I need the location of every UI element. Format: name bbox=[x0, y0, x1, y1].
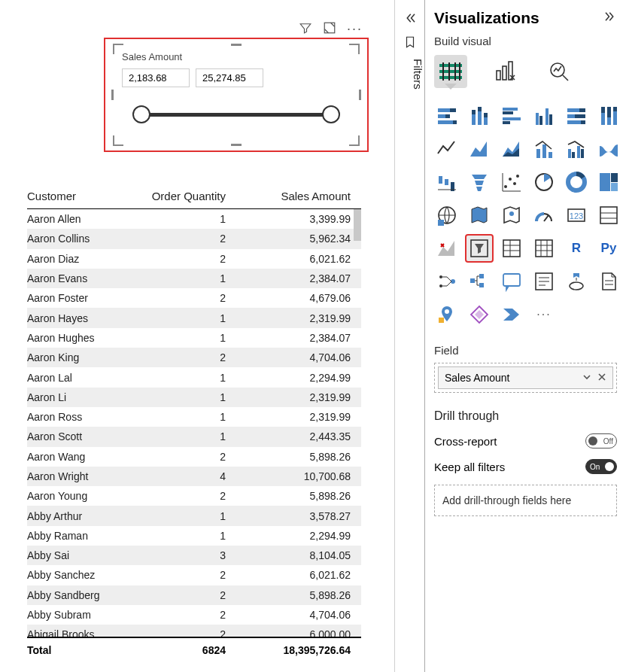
tab-format-visual[interactable] bbox=[488, 55, 521, 88]
r-visual-icon[interactable]: R bbox=[564, 236, 589, 261]
100-stacked-column-icon[interactable] bbox=[596, 103, 621, 129]
table-row[interactable]: Aaron King24,704.06 bbox=[27, 348, 361, 367]
funnel-icon[interactable] bbox=[466, 169, 492, 195]
filters-label[interactable]: Filters bbox=[395, 59, 424, 90]
tab-analytics[interactable] bbox=[542, 55, 576, 88]
filter-icon[interactable] bbox=[299, 21, 312, 38]
resize-handle[interactable] bbox=[113, 135, 123, 146]
table-row[interactable]: Abby Sanchez26,021.62 bbox=[27, 565, 361, 585]
clustered-bar-icon[interactable] bbox=[499, 103, 524, 129]
table-row[interactable]: Aaron Hayes12,319.99 bbox=[27, 308, 361, 327]
cross-report-toggle[interactable]: Off bbox=[585, 433, 617, 449]
table-row[interactable]: Aaron Scott12,443.35 bbox=[27, 427, 361, 446]
table-row[interactable]: Aaron Wright410,700.68 bbox=[27, 467, 361, 486]
table-row[interactable]: Aaron Diaz26,021.62 bbox=[27, 249, 361, 269]
smart-narrative-icon[interactable] bbox=[531, 269, 557, 294]
more-visuals-icon[interactable]: ··· bbox=[531, 302, 557, 327]
line-clustered-column-icon[interactable] bbox=[564, 136, 589, 162]
more-options-icon[interactable]: ··· bbox=[347, 21, 363, 38]
line-stacked-column-icon[interactable] bbox=[531, 136, 557, 162]
azure-map-icon[interactable] bbox=[499, 202, 524, 228]
bookmark-icon[interactable] bbox=[395, 30, 425, 54]
stacked-bar-icon[interactable] bbox=[434, 103, 460, 129]
table-row[interactable]: Aaron Ross12,319.99 bbox=[27, 407, 361, 427]
chevron-down-icon[interactable] bbox=[582, 372, 591, 384]
drillthrough-dropzone[interactable]: Add drill-through fields here bbox=[434, 485, 617, 516]
table-row[interactable]: Abby Raman12,294.99 bbox=[27, 526, 361, 546]
map-icon[interactable] bbox=[434, 202, 460, 228]
slider-thumb-min[interactable] bbox=[132, 105, 150, 123]
table-row[interactable]: Aaron Hughes12,384.07 bbox=[27, 328, 361, 348]
table-row[interactable]: Aaron Collins25,962.34 bbox=[27, 229, 361, 248]
kpi-icon[interactable] bbox=[434, 236, 460, 261]
table-row[interactable]: Abby Arthur13,578.27 bbox=[27, 506, 361, 525]
power-automate-icon[interactable] bbox=[499, 302, 524, 327]
stacked-area-icon[interactable] bbox=[499, 136, 524, 162]
line-chart-icon[interactable] bbox=[434, 136, 460, 162]
table-row[interactable]: Aaron Allen13,399.99 bbox=[27, 209, 361, 229]
goals-icon[interactable] bbox=[564, 269, 589, 294]
qna-icon[interactable] bbox=[499, 269, 524, 294]
table-row[interactable]: Abby Subram24,704.06 bbox=[27, 605, 361, 625]
table-row[interactable]: Abby Sai38,104.05 bbox=[27, 546, 361, 565]
slicer-to-input[interactable] bbox=[196, 68, 263, 87]
table-row[interactable]: Aaron Evans12,384.07 bbox=[27, 269, 361, 288]
resize-handle[interactable] bbox=[349, 135, 360, 146]
resize-handle[interactable] bbox=[359, 90, 361, 100]
collapse-chevrons-icon[interactable] bbox=[395, 6, 425, 30]
filled-map-icon[interactable] bbox=[466, 202, 492, 228]
power-apps-icon[interactable] bbox=[466, 302, 492, 327]
waterfall-icon[interactable] bbox=[434, 169, 460, 195]
resize-handle[interactable] bbox=[231, 144, 242, 146]
matrix-icon[interactable] bbox=[531, 236, 557, 261]
table-icon[interactable] bbox=[499, 236, 524, 261]
scrollbar-thumb[interactable] bbox=[354, 209, 361, 241]
resize-handle[interactable] bbox=[113, 44, 123, 54]
range-slider[interactable] bbox=[128, 105, 345, 128]
slicer-icon[interactable] bbox=[466, 236, 492, 261]
col-customer[interactable]: Customer bbox=[27, 190, 140, 202]
table-row[interactable]: Aaron Li12,319.99 bbox=[27, 388, 361, 407]
gauge-icon[interactable] bbox=[531, 202, 557, 228]
clustered-column-icon[interactable] bbox=[531, 103, 557, 129]
report-canvas[interactable]: ··· Sales Amount bbox=[0, 0, 394, 672]
key-influencers-icon[interactable] bbox=[434, 269, 460, 294]
paginated-report-icon[interactable] bbox=[596, 269, 621, 294]
resize-handle[interactable] bbox=[111, 90, 114, 100]
col-order-quantity[interactable]: Order Quantity bbox=[140, 190, 226, 202]
remove-field-icon[interactable] bbox=[597, 372, 606, 384]
field-well[interactable]: Sales Amount bbox=[434, 363, 617, 393]
ribbon-chart-icon[interactable] bbox=[596, 136, 621, 162]
table-row[interactable]: Abby Sandberg25,898.26 bbox=[27, 585, 361, 605]
py-visual-icon[interactable]: Py bbox=[596, 236, 621, 261]
table-row[interactable]: Aaron Foster24,679.06 bbox=[27, 288, 361, 308]
card-icon[interactable]: 123 bbox=[564, 202, 589, 228]
scrollbar[interactable] bbox=[354, 209, 361, 637]
donut-icon[interactable] bbox=[564, 169, 589, 195]
stacked-column-icon[interactable] bbox=[466, 103, 492, 129]
table-row[interactable]: Abigail Brooks26,000.00 bbox=[27, 625, 361, 637]
pie-icon[interactable] bbox=[531, 169, 557, 195]
100-stacked-bar-icon[interactable] bbox=[564, 103, 589, 129]
table-row[interactable]: Aaron Young25,898.26 bbox=[27, 486, 361, 506]
field-chip-sales-amount[interactable]: Sales Amount bbox=[438, 366, 613, 389]
arcgis-map-icon[interactable] bbox=[434, 302, 460, 327]
table-row[interactable]: Aaron Lal12,294.99 bbox=[27, 367, 361, 387]
area-chart-icon[interactable] bbox=[466, 136, 492, 162]
col-sales-amount[interactable]: Sales Amount bbox=[226, 190, 361, 202]
slicer-from-input[interactable] bbox=[122, 68, 190, 87]
resize-handle[interactable] bbox=[349, 44, 360, 54]
keep-filters-toggle[interactable]: On bbox=[585, 459, 617, 474]
slicer-visual[interactable]: Sales Amount bbox=[104, 38, 369, 152]
slider-thumb-max[interactable] bbox=[322, 105, 340, 123]
table-row[interactable]: Aaron Wang25,898.26 bbox=[27, 447, 361, 467]
decomposition-tree-icon[interactable] bbox=[466, 269, 492, 294]
resize-handle[interactable] bbox=[231, 44, 242, 46]
table-visual[interactable]: Customer Order Quantity Sales Amount Aar… bbox=[27, 184, 361, 656]
multi-row-card-icon[interactable] bbox=[596, 202, 621, 228]
focus-mode-icon[interactable] bbox=[323, 21, 336, 38]
treemap-icon[interactable] bbox=[596, 169, 621, 195]
scatter-icon[interactable] bbox=[499, 169, 524, 195]
expand-chevrons-icon[interactable] bbox=[603, 10, 617, 26]
tab-build-visual[interactable] bbox=[434, 55, 467, 88]
